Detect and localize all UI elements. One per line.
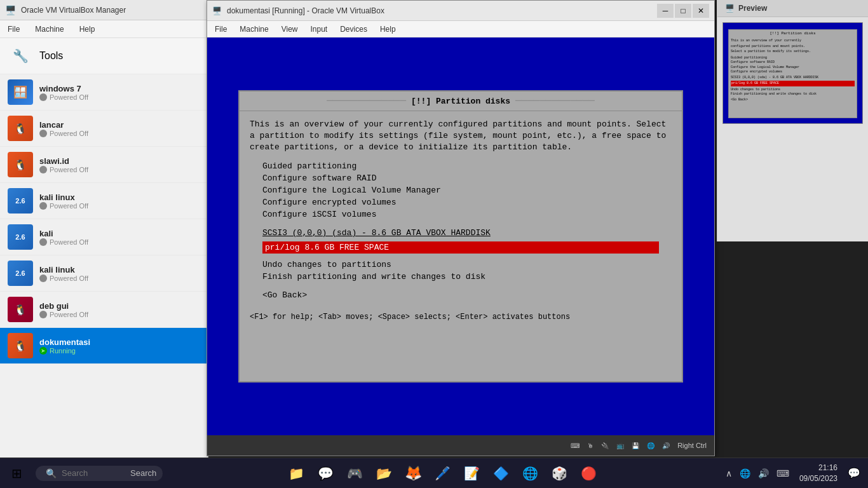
vm-info-kalilinuk: kali linuk ⏻ Powered Off <box>39 265 200 282</box>
vm-icon-windows7: 🪟 <box>8 79 33 105</box>
maximize-button[interactable]: □ <box>675 4 691 18</box>
vm-icon-dokumentasi: 🐧 <box>8 333 33 358</box>
option-lvm[interactable]: Configure the Logical Volume Manager <box>250 184 672 196</box>
status-bar-usb[interactable]: 🔌 <box>599 441 611 451</box>
vm-item-kalilinux[interactable]: 2.6 kali linux ⏻ Powered Off <box>0 183 208 219</box>
vm-icon-kalilinux: 2.6 <box>8 188 33 214</box>
close-button[interactable]: ✕ <box>693 4 709 18</box>
status-dot-kalilinuk: ⏻ <box>39 274 47 282</box>
vm-status-dokumentasi: ➤ Running <box>39 347 200 355</box>
status-dot-slawi: ⏻ <box>39 166 47 173</box>
vm-item-debgui[interactable]: 🐧 deb gui ⏻ Powered Off <box>0 292 208 328</box>
vm-menu-help[interactable]: Help <box>375 24 401 35</box>
taskbar-vbox[interactable]: 🔴 <box>576 460 602 487</box>
status-bar-audio[interactable]: 🔊 <box>660 441 672 451</box>
clock-time: 21:16 <box>799 463 837 473</box>
vm-item-kali[interactable]: 2.6 kali ⏻ Powered Off <box>0 219 208 255</box>
taskbar-chrome[interactable]: 🌐 <box>517 460 544 487</box>
status-bar-storage[interactable]: 💾 <box>629 441 642 451</box>
vm-item-dokumentasi[interactable]: 🐧 dokumentasi ➤ Running <box>0 328 208 364</box>
taskbar-keyboard[interactable]: ⌨ <box>774 466 792 481</box>
menu-help[interactable]: Help <box>74 24 100 35</box>
dialog-body: This is an overview of your currently co… <box>240 111 682 309</box>
vm-info-windows7: windows 7 ⏻ Powered Off <box>39 84 200 101</box>
vm-status-kali: ⏻ Powered Off <box>39 238 200 246</box>
vm-menu-machine[interactable]: Machine <box>234 24 273 35</box>
preview-panel: 🖥️ Preview [!!] Partition disks This is … <box>717 0 868 241</box>
dialog-line-right: ───────────── <box>515 95 595 107</box>
windows-button[interactable]: ⊞ <box>5 462 28 485</box>
manager-title: Oracle VM VirtualBox Manager <box>21 6 203 15</box>
vm-menu-devices[interactable]: Devices <box>335 24 372 35</box>
vm-status-windows7: ⏻ Powered Off <box>39 93 200 101</box>
taskbar-clock[interactable]: 21:16 09/05/2023 <box>794 460 843 487</box>
taskbar-notification[interactable]: 💬 <box>845 464 863 482</box>
search-label: Search <box>130 468 156 478</box>
vm-item-kalilinuk[interactable]: 2.6 kali linuk ⏻ Powered Off <box>0 255 208 292</box>
vm-terminal: ───────────── [!!] Partition disks ─────… <box>219 71 702 402</box>
menu-machine[interactable]: Machine <box>30 24 69 35</box>
taskbar-chat[interactable]: 💬 <box>313 460 339 487</box>
taskbar-firefox[interactable]: 🦊 <box>400 460 427 487</box>
status-bar-screen[interactable]: 📺 <box>614 441 627 451</box>
highlighted-row[interactable]: pri/log 8.6 GB FREE SPACE <box>262 241 659 254</box>
vm-name-kali: kali <box>39 229 200 238</box>
mini-highlight: pri/log 8.6 GB FREE SPACE <box>731 81 855 86</box>
status-dot-debgui: ⏻ <box>39 311 47 318</box>
status-dot-kalilinux: ⏻ <box>39 202 47 210</box>
dialog-title-bar: ───────────── [!!] Partition disks ─────… <box>243 95 678 107</box>
vm-window-icon: 🖥️ <box>212 6 222 15</box>
status-bar-rightctrl: Right Ctrl <box>675 440 709 451</box>
vm-menu-input[interactable]: Input <box>306 24 333 35</box>
taskbar-code[interactable]: 🔷 <box>488 460 515 487</box>
search-input[interactable] <box>62 468 125 478</box>
taskbar-volume[interactable]: 🔊 <box>756 466 771 481</box>
taskbar-files[interactable]: 📁 <box>283 460 310 487</box>
taskbar-chevron-up[interactable]: ∧ <box>723 466 735 481</box>
taskbar-3d[interactable]: 🎲 <box>546 460 573 487</box>
vm-icon-debgui: 🐧 <box>8 297 33 322</box>
manager-menu-bar: File Machine Help <box>0 20 208 38</box>
vm-menu-file[interactable]: File <box>210 24 232 35</box>
vm-screen[interactable]: ───────────── [!!] Partition disks ─────… <box>207 37 714 435</box>
tools-item[interactable]: 🔧 Tools <box>0 38 208 74</box>
taskbar-notes[interactable]: 📝 <box>459 460 485 487</box>
taskbar-search[interactable]: 🔍 Search <box>36 466 163 481</box>
mini-dialog-title: [!!] Partition disks <box>729 30 857 37</box>
virtualbox-manager: 🖥️ Oracle VM VirtualBox Manager File Mac… <box>0 0 208 458</box>
taskbar-folder[interactable]: 📂 <box>371 460 398 487</box>
taskbar-game[interactable]: 🎮 <box>342 460 369 487</box>
menu-file[interactable]: File <box>3 24 25 35</box>
status-dot-windows7: ⏻ <box>39 93 47 101</box>
option-guided[interactable]: Guided partitioning <box>250 160 672 172</box>
search-icon: 🔍 <box>46 468 57 478</box>
vm-item-lancar[interactable]: 🐧 lancar ⏻ Powered Off <box>0 111 208 147</box>
taskbar-edit[interactable]: 🖊️ <box>430 460 456 487</box>
status-dot-lancar: ⏻ <box>39 130 47 137</box>
action-undo[interactable]: Undo changes to partitions <box>250 259 672 271</box>
vm-status-kalilinuk: ⏻ Powered Off <box>39 274 200 282</box>
option-iscsi[interactable]: Configure iSCSI volumes <box>250 208 672 220</box>
vm-window-title-bar: 🖥️ dokumentasi [Running] - Oracle VM Vir… <box>207 1 714 21</box>
minimize-button[interactable]: ─ <box>657 4 674 18</box>
taskbar-language[interactable]: 🌐 <box>737 466 753 481</box>
dialog-title: ───────────── [!!] Partition disks ─────… <box>240 92 682 111</box>
vm-item-windows7[interactable]: 🪟 windows 7 ⏻ Powered Off <box>0 74 208 111</box>
status-bar-network[interactable]: 🌐 <box>644 441 657 451</box>
vm-info-kali: kali ⏻ Powered Off <box>39 229 200 246</box>
vm-menu-view[interactable]: View <box>276 24 303 35</box>
action-finish[interactable]: Finish partitioning and write changes to… <box>250 271 672 283</box>
status-bar-keyboard[interactable]: ⌨ <box>568 441 582 451</box>
status-bar-mouse[interactable]: 🖱 <box>585 441 596 451</box>
vm-list: 🔧 Tools 🪟 windows 7 ⏻ Powered Off 🐧 lanc… <box>0 38 208 458</box>
vm-item-slawi[interactable]: 🐧 slawi.id ⏻ Powered Off <box>0 147 208 183</box>
vm-info-slawi: slawi.id ⏻ Powered Off <box>39 156 200 173</box>
help-line: <F1> for help; <Tab> moves; <Space> sele… <box>250 313 570 322</box>
option-software-raid[interactable]: Configure software RAID <box>250 172 672 184</box>
vm-info-lancar: lancar ⏻ Powered Off <box>39 120 200 137</box>
dialog-description: This is an overview of your currently co… <box>250 119 672 154</box>
go-back-button[interactable]: <Go Back> <box>250 289 672 301</box>
option-encrypted[interactable]: Configure encrypted volumes <box>250 196 672 208</box>
tools-icon: 🔧 <box>8 43 33 69</box>
mini-dialog-body: This is an overview of your currently co… <box>729 37 857 104</box>
